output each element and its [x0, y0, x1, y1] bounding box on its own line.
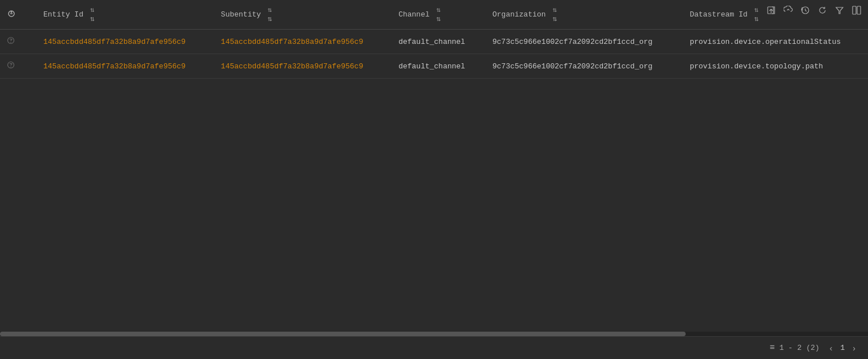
cell-channel: default_channel — [389, 54, 483, 79]
channel-sort-icon: ⇅ — [437, 6, 441, 23]
next-page-button[interactable]: › — [849, 342, 859, 354]
cell-organization: 9c73c5c966e1002cf7a2092cd2bf1ccd_org — [483, 54, 680, 79]
cell-entity-id[interactable]: 145accbdd485df7a32b8a9d7afe956c9 — [34, 54, 212, 79]
horizontal-scrollbar[interactable] — [0, 332, 868, 336]
table-footer: ≡ 1 - 2 (2) ‹ 1 › — [0, 336, 868, 359]
svg-point-9 — [10, 42, 11, 43]
col-header-organization[interactable]: Organization ⇅ — [483, 0, 680, 30]
data-table: Entity Id ⇅ Subentity ⇅ Channel ⇅ Organi… — [0, 0, 868, 79]
scrollbar-thumb[interactable] — [0, 332, 686, 336]
current-page: 1 — [841, 344, 845, 352]
prev-page-button[interactable]: ‹ — [826, 342, 836, 354]
cell-subentity[interactable]: 145accbdd485df7a32b8a9d7afe956c9 — [212, 30, 390, 54]
cell-entity-id[interactable]: 145accbdd485df7a32b8a9d7afe956c9 — [34, 30, 212, 54]
pagination-range: 1 - 2 — [779, 344, 801, 352]
cell-subentity[interactable]: 145accbdd485df7a32b8a9d7afe956c9 — [212, 54, 390, 79]
row-icon — [0, 54, 34, 79]
pagination-list-icon: ≡ — [769, 343, 775, 353]
svg-point-6 — [11, 11, 13, 13]
pagination-info: ≡ 1 - 2 (2) — [769, 343, 819, 353]
col-header-select[interactable] — [0, 0, 34, 30]
cell-datastream-id: provision.device.topology.path — [680, 54, 868, 79]
pagination-total: (2) — [806, 344, 819, 352]
col-header-datastream-id[interactable]: Datastream Id ⇅ — [680, 0, 868, 30]
table-row: 145accbdd485df7a32b8a9d7afe956c9145accbd… — [0, 54, 868, 79]
organization-sort-icon: ⇅ — [552, 6, 557, 23]
table-header-row: Entity Id ⇅ Subentity ⇅ Channel ⇅ Organi… — [0, 0, 868, 30]
cell-datastream-id: provision.device.operationalStatus — [680, 30, 868, 54]
cell-organization: 9c73c5c966e1002cf7a2092cd2bf1ccd_org — [483, 30, 680, 54]
cell-channel: default_channel — [389, 30, 483, 54]
svg-point-11 — [10, 67, 11, 68]
col-header-entity-id[interactable]: Entity Id ⇅ — [34, 0, 212, 30]
entity-id-sort-icon: ⇅ — [90, 6, 95, 23]
table-row: 145accbdd485df7a32b8a9d7afe956c9145accbd… — [0, 30, 868, 54]
datastream-id-sort-icon: ⇅ — [754, 6, 759, 23]
col-header-subentity[interactable]: Subentity ⇅ — [212, 0, 390, 30]
data-table-container: Entity Id ⇅ Subentity ⇅ Channel ⇅ Organi… — [0, 0, 868, 336]
subentity-sort-icon: ⇅ — [268, 6, 272, 23]
page-navigation: ‹ 1 › — [826, 342, 859, 354]
col-header-channel[interactable]: Channel ⇅ — [389, 0, 483, 30]
row-icon — [0, 30, 34, 54]
